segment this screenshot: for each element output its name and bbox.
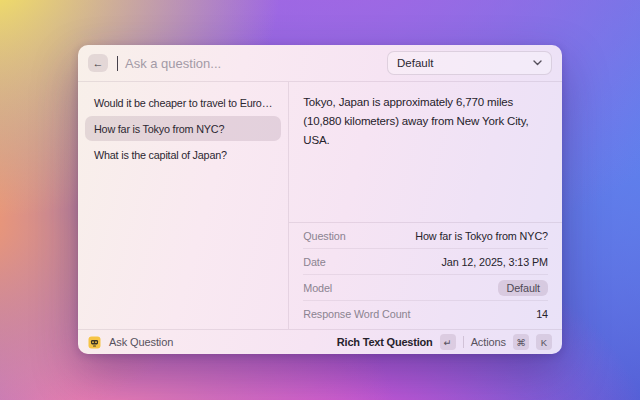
metadata-row-date: Date Jan 12, 2025, 3:13 PM <box>303 249 548 275</box>
model-dropdown[interactable]: Default <box>387 51 552 75</box>
list-item-question[interactable]: Would it be cheaper to travel to Euro… <box>85 90 281 115</box>
metadata-label: Question <box>303 230 345 242</box>
metadata-value: 14 <box>536 308 548 320</box>
metadata-label: Response Word Count <box>303 308 410 320</box>
metadata-label: Date <box>303 256 325 268</box>
metadata-label: Model <box>303 282 332 294</box>
metadata-row-question: Question How far is Tokyo from NYC? <box>303 223 548 249</box>
list-item-question-selected[interactable]: How far is Tokyo from NYC? <box>85 116 281 141</box>
chevron-down-icon <box>533 60 542 66</box>
model-dropdown-value: Default <box>397 57 433 69</box>
actions-menu-button[interactable]: Actions <box>471 336 506 348</box>
arrow-left-icon: ← <box>93 57 104 69</box>
metadata-row-model: Model Default <box>303 275 548 301</box>
detail-panel: Tokyo, Japan is approximately 6,770 mile… <box>289 82 562 329</box>
command-name: Ask Question <box>109 336 173 348</box>
search-header: ← Ask a question... Default <box>78 45 562 82</box>
robot-face-icon <box>88 336 101 349</box>
metadata-row-word-count: Response Word Count 14 <box>303 301 548 327</box>
list-item-question[interactable]: What is the capital of Japan? <box>85 142 281 167</box>
primary-action-button[interactable]: Rich Text Question <box>337 336 433 348</box>
metadata-value: How far is Tokyo from NYC? <box>415 230 548 242</box>
return-key-icon: ↵ <box>440 334 456 350</box>
metadata-section: Question How far is Tokyo from NYC? Date… <box>289 222 562 329</box>
content-area: Would it be cheaper to travel to Euro… H… <box>78 82 562 329</box>
footer-divider <box>463 336 464 348</box>
metadata-value: Jan 12, 2025, 3:13 PM <box>441 256 548 268</box>
back-button[interactable]: ← <box>88 54 108 72</box>
model-badge: Default <box>498 280 548 296</box>
command-key-icon: ⌘ <box>513 334 529 350</box>
k-key-icon: K <box>536 334 552 350</box>
answer-text: Tokyo, Japan is approximately 6,770 mile… <box>289 82 562 222</box>
question-list: Would it be cheaper to travel to Euro… H… <box>78 82 289 329</box>
footer-actions: Rich Text Question ↵ Actions ⌘ K <box>337 334 552 350</box>
text-cursor <box>117 56 118 71</box>
search-input[interactable]: Ask a question... <box>125 56 221 71</box>
action-bar: Ask Question Rich Text Question ↵ Action… <box>78 329 562 354</box>
app-window: ← Ask a question... Default Would it be … <box>78 45 562 354</box>
